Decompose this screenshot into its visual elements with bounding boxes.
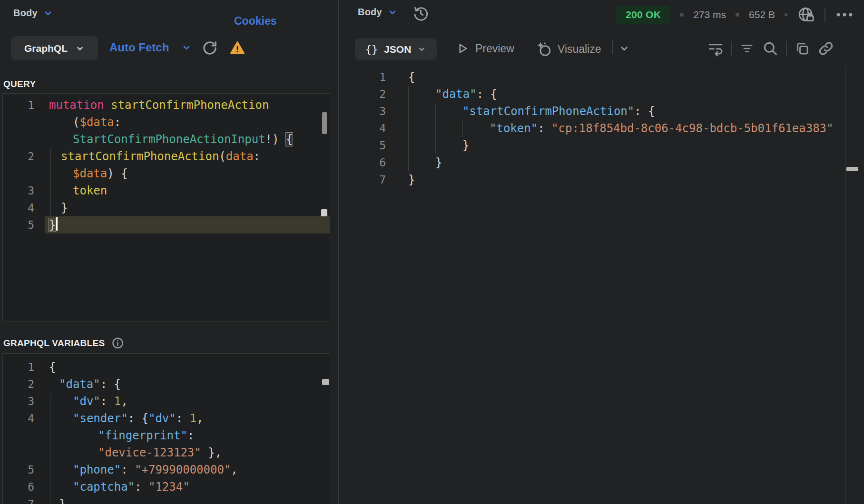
- code-line: }: [61, 199, 68, 216]
- line-number: 3: [358, 103, 386, 120]
- line-number: 4: [11, 410, 34, 427]
- line-number: 4: [11, 199, 34, 216]
- line-number: 5: [11, 216, 34, 233]
- fetch-mode-label: Auto Fetch: [109, 41, 169, 54]
- chevron-down-icon[interactable]: [619, 43, 630, 54]
- code-line: ($data:: [73, 114, 121, 131]
- line-number: 3: [11, 393, 34, 410]
- filter-icon[interactable]: [739, 40, 755, 57]
- response-format-label: JSON: [384, 44, 411, 55]
- divider: [786, 41, 787, 56]
- status-badge: 200 OK: [616, 6, 670, 24]
- response-tools: [707, 40, 835, 57]
- code-line: "phone": "+79990000000",: [73, 461, 238, 478]
- cookies-link[interactable]: Cookies: [234, 15, 276, 28]
- code-line: }: [435, 154, 442, 171]
- line-number: 1: [11, 359, 34, 376]
- separator-dot: [680, 13, 684, 17]
- code-line: "data": {: [59, 376, 121, 393]
- divider: [612, 40, 613, 54]
- indent-guide: [408, 86, 409, 172]
- refresh-icon[interactable]: [202, 40, 218, 56]
- line-number: 7: [358, 171, 386, 188]
- kebab-menu-icon[interactable]: [835, 9, 854, 20]
- preview-button[interactable]: Preview: [456, 42, 514, 55]
- line-number: 1: [11, 97, 34, 114]
- graphql-variables-editor[interactable]: 1{2"data": {3"dv": 1,4"sender": {"dv": 1…: [2, 353, 330, 504]
- visualize-button[interactable]: Visualize: [536, 41, 601, 57]
- line-number: 2: [11, 148, 34, 165]
- request-body-tab-label: Body: [13, 8, 38, 19]
- response-scrollbar-thumb[interactable]: [846, 167, 858, 171]
- response-format-button[interactable]: {} JSON: [355, 38, 437, 60]
- body-type-button[interactable]: GraphQL: [11, 36, 98, 60]
- play-icon: [456, 42, 469, 55]
- indent-guide: [50, 148, 51, 216]
- response-body-tab[interactable]: Body: [358, 7, 398, 18]
- divider: [825, 8, 825, 22]
- code-line: {: [408, 68, 415, 86]
- link-icon[interactable]: [817, 40, 835, 57]
- line-number: 1: [358, 68, 386, 86]
- sparkle-icon: [536, 41, 552, 57]
- code-line: "token": "cp:18f854bd-8c06-4c98-bdcb-5b0…: [490, 120, 833, 137]
- preview-label: Preview: [475, 42, 514, 55]
- braces-icon: {}: [365, 43, 378, 55]
- body-type-label: GraphQL: [24, 43, 68, 54]
- api-client-window: Body Cookies GraphQL Auto Fetch: [0, 0, 864, 504]
- separator-dot: [736, 13, 739, 17]
- chevron-down-icon: [417, 45, 426, 54]
- code-line: "startConfirmPhoneAction": {: [462, 103, 655, 120]
- line-number: 2: [358, 86, 386, 103]
- line-number: 7: [11, 495, 34, 504]
- visualize-label: Visualize: [558, 43, 601, 56]
- divider: [731, 41, 732, 56]
- chevron-down-icon: [43, 8, 53, 19]
- request-body-tab[interactable]: Body: [13, 8, 53, 19]
- active-line-highlight: [45, 216, 330, 233]
- code-line: "device-123123" },: [98, 444, 222, 461]
- indent-guide: [50, 393, 50, 504]
- warning-icon[interactable]: [229, 40, 245, 56]
- chevron-down-icon: [75, 44, 85, 53]
- response-status-bar: 200 OK 273 ms 652 B: [616, 6, 854, 24]
- code-line: }: [59, 495, 66, 504]
- indent-guide: [435, 103, 436, 153]
- chevron-down-icon: [181, 42, 192, 53]
- separator-dot: [785, 13, 787, 16]
- code-line: $data) {: [73, 165, 128, 182]
- line-number: 2: [11, 376, 34, 393]
- line-number: 3: [11, 182, 34, 199]
- response-body-tab-label: Body: [358, 7, 382, 18]
- line-number: 6: [11, 478, 34, 495]
- code-line: }: [408, 171, 415, 188]
- code-line: mutation startConfirmPhoneAction: [49, 97, 269, 114]
- globe-lock-icon[interactable]: [797, 6, 815, 24]
- code-line: "fingerprint":: [98, 427, 194, 444]
- code-line: StartConfirmPhoneActionInput!) {: [73, 131, 293, 148]
- indent-guide: [462, 120, 463, 137]
- query-scrollbar-thumb[interactable]: [322, 112, 327, 134]
- wrap-text-icon[interactable]: [707, 40, 724, 57]
- graphql-query-editor[interactable]: 1mutation startConfirmPhoneAction($data:…: [2, 93, 330, 321]
- line-number: 5: [358, 137, 386, 154]
- copy-icon[interactable]: [794, 40, 810, 57]
- response-scrollbar-track[interactable]: [845, 67, 846, 504]
- code-line: "data": {: [435, 86, 497, 103]
- code-line: startConfirmPhoneAction(data:: [61, 148, 260, 165]
- text-cursor: [56, 217, 58, 231]
- code-line: "captcha": "1234": [73, 478, 190, 495]
- variables-section-label: GRAPHQL VARIABLES: [3, 338, 105, 349]
- code-line: token: [73, 182, 107, 199]
- response-time: 273 ms: [693, 9, 726, 20]
- code-line: "sender": {"dv": 1,: [73, 410, 204, 427]
- code-line: }: [49, 216, 58, 233]
- search-icon[interactable]: [762, 40, 779, 57]
- variables-scrollbar-thumb[interactable]: [322, 379, 329, 385]
- fetch-mode-dropdown[interactable]: Auto Fetch: [109, 41, 192, 54]
- info-icon[interactable]: [111, 337, 124, 349]
- response-body-viewer[interactable]: 1{2"data": {3"startConfirmPhoneAction": …: [339, 60, 844, 504]
- line-number: 6: [358, 154, 386, 171]
- history-icon[interactable]: [412, 5, 430, 22]
- chevron-down-icon: [387, 7, 398, 18]
